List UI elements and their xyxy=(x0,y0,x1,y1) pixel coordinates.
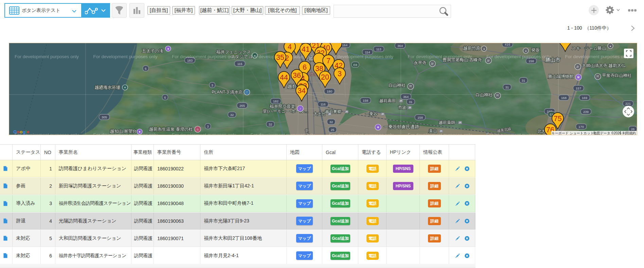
svg-text:For development purposes only: For development purposes only xyxy=(408,132,472,135)
svg-text:地図データ ©2026: 地図データ ©2026 xyxy=(593,131,622,135)
svg-text:For development purposes only: For development purposes only xyxy=(329,132,393,135)
svg-text:32: 32 xyxy=(230,113,234,117)
svg-text:☀: ☀ xyxy=(124,86,126,89)
svg-text:For development purposes only: For development purposes only xyxy=(172,54,236,59)
svg-text:6: 6 xyxy=(145,67,146,70)
svg-text:発坂: 発坂 xyxy=(531,48,540,52)
svg-text:勝山城博物館: 勝山城博物館 xyxy=(548,74,574,79)
svg-text:●: ● xyxy=(525,50,526,52)
svg-text:For development purposes only: For development purposes only xyxy=(93,54,158,59)
svg-text:31: 31 xyxy=(505,85,509,89)
svg-text:平泉寺白山神社: 平泉寺白山神社 xyxy=(602,73,632,78)
svg-text:大師山清大寺 越前大仏: 大師山清大寺 越前大仏 xyxy=(582,63,626,68)
svg-text:36: 36 xyxy=(293,71,301,80)
svg-text:31: 31 xyxy=(409,100,413,104)
svg-text:44: 44 xyxy=(280,73,288,82)
svg-text:For development purposes only: For development purposes only xyxy=(565,54,629,59)
svg-text:福井県立音楽: 福井県立音楽 xyxy=(269,104,295,109)
svg-text:75: 75 xyxy=(554,115,562,123)
svg-text:JR: JR xyxy=(381,113,384,115)
svg-text:32: 32 xyxy=(329,120,333,124)
svg-text:For development purposes only: For development purposes only xyxy=(251,132,315,135)
svg-text:For development purposes only: For development purposes only xyxy=(486,54,551,59)
svg-text:卍: 卍 xyxy=(431,62,434,65)
svg-text:●: ● xyxy=(483,48,485,50)
svg-text:For development purposes only: For development purposes only xyxy=(329,54,393,59)
svg-text:34: 34 xyxy=(298,87,306,95)
svg-text:158: 158 xyxy=(529,59,534,63)
svg-text:キーボード ショートカット: キーボード ショートカット xyxy=(552,131,594,135)
svg-text:182: 182 xyxy=(273,99,279,103)
svg-text:116: 116 xyxy=(320,102,325,106)
svg-text:卍: 卍 xyxy=(487,59,490,62)
svg-text:🛒: 🛒 xyxy=(245,90,249,94)
svg-text:265: 265 xyxy=(239,104,245,107)
svg-text:For development purposes only: For development purposes only xyxy=(93,132,158,135)
svg-text:41: 41 xyxy=(302,45,310,53)
svg-text:JR: JR xyxy=(400,100,402,102)
svg-text:170: 170 xyxy=(578,125,584,129)
svg-text:158: 158 xyxy=(417,116,423,119)
svg-text:For development purposes only: For development purposes only xyxy=(172,132,236,135)
svg-text:卍: 卍 xyxy=(576,65,579,68)
svg-text:●: ● xyxy=(610,45,611,47)
svg-text:利用規約: 利用規約 xyxy=(622,131,636,135)
svg-text:越前竹原: 越前竹原 xyxy=(463,46,480,51)
svg-text:3: 3 xyxy=(338,70,342,78)
svg-text:五太子の滝: 五太子の滝 xyxy=(142,49,163,53)
svg-text:JR: JR xyxy=(409,106,411,109)
svg-text:♨: ♨ xyxy=(196,128,199,131)
svg-text:169: 169 xyxy=(582,96,587,100)
svg-text:⛩: ⛩ xyxy=(496,94,499,97)
svg-text:越前東郷: 越前東郷 xyxy=(325,109,341,114)
svg-text:38: 38 xyxy=(315,65,323,73)
svg-text:32: 32 xyxy=(269,122,272,126)
svg-text:113: 113 xyxy=(376,47,381,51)
svg-text:永平寺: 永平寺 xyxy=(414,61,427,65)
svg-text:3: 3 xyxy=(211,83,213,87)
svg-text:239: 239 xyxy=(583,110,589,114)
svg-text:180: 180 xyxy=(327,89,332,93)
svg-text:市波: 市波 xyxy=(398,105,406,110)
svg-text:越前糸生温泉 泰澄の杜: 越前糸生温泉 泰澄の杜 xyxy=(149,127,193,132)
svg-text:Google: Google xyxy=(13,129,30,134)
svg-text:一乗谷朝倉氏遺跡: 一乗谷朝倉氏遺跡 xyxy=(384,124,419,129)
svg-text:For development purposes only: For development purposes only xyxy=(408,54,472,59)
svg-text:364: 364 xyxy=(397,44,403,48)
svg-text:115: 115 xyxy=(237,62,242,66)
svg-text:168: 168 xyxy=(561,96,567,100)
svg-text:PLANT-3 清水店: PLANT-3 清水店 xyxy=(212,90,243,95)
svg-text:157: 157 xyxy=(576,86,581,90)
svg-text:31: 31 xyxy=(522,79,525,82)
svg-text:221: 221 xyxy=(625,102,631,105)
svg-text:越廼海水浴場: 越廼海水浴場 xyxy=(95,85,121,90)
svg-text:416: 416 xyxy=(505,43,510,46)
svg-text:26: 26 xyxy=(631,127,635,131)
svg-text:福井フェニックス: 福井フェニックス xyxy=(216,50,251,54)
svg-text:スキージャム勝山: スキージャム勝山 xyxy=(572,46,606,51)
svg-text:20: 20 xyxy=(321,73,329,81)
svg-text:158: 158 xyxy=(363,99,368,102)
svg-text:164: 164 xyxy=(342,43,347,47)
svg-text:7: 7 xyxy=(326,57,330,65)
svg-text:白山神社: 白山神社 xyxy=(389,83,406,88)
svg-text:25: 25 xyxy=(331,128,335,132)
svg-text:6: 6 xyxy=(303,63,307,71)
svg-text:越前高田: 越前高田 xyxy=(379,98,396,103)
svg-text:JR: JR xyxy=(345,111,348,113)
svg-text:For development purposes only: For development purposes only xyxy=(486,132,551,135)
svg-text:JR: JR xyxy=(459,121,462,124)
svg-text:305: 305 xyxy=(102,115,107,119)
svg-text:⛩: ⛩ xyxy=(596,75,599,78)
svg-text:❖: ❖ xyxy=(377,126,379,129)
svg-text:一乗谷: 一乗谷 xyxy=(365,112,377,116)
svg-text:♪: ♪ xyxy=(300,107,301,110)
svg-text:3: 3 xyxy=(207,124,209,128)
svg-text:大土呂: 大土呂 xyxy=(314,112,326,116)
svg-text:■: ■ xyxy=(167,48,169,50)
svg-text:E8: E8 xyxy=(353,63,357,67)
svg-text:JR: JR xyxy=(328,113,331,115)
svg-text:For development purposes only: For development purposes only xyxy=(15,54,79,59)
svg-text:白山神社: 白山神社 xyxy=(476,93,493,97)
svg-text:4: 4 xyxy=(288,43,292,51)
